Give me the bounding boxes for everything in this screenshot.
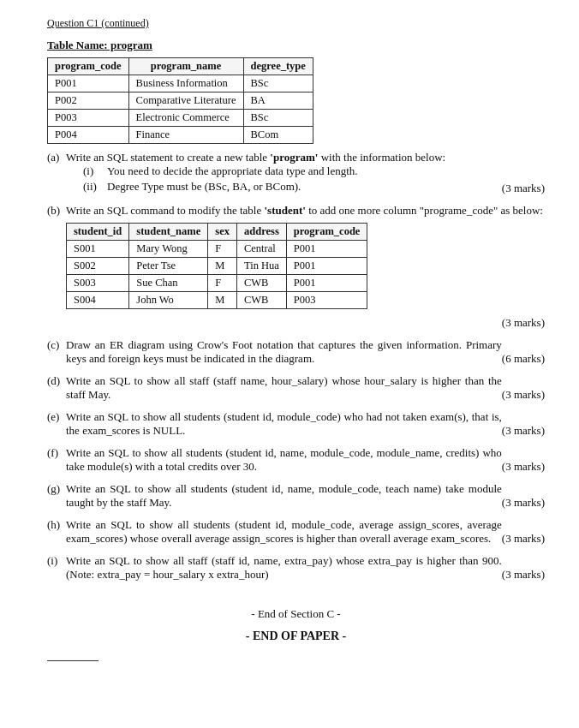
table-cell: P003 [286, 292, 367, 309]
part-a-sub-ii-label: (ii) [83, 180, 107, 194]
col-program-code: program_code [48, 58, 129, 75]
part-h-content: Write an SQL to show all students (stude… [66, 518, 502, 546]
table-row: S004John WoMCWBP003 [67, 292, 367, 309]
table-cell: Business Information [128, 75, 243, 92]
table-cell: P002 [48, 92, 129, 110]
part-h-marks: (3 marks) [502, 532, 545, 546]
part-f-content: Write an SQL to show all students (stude… [66, 446, 502, 474]
part-h: (h) Write an SQL to show all students (s… [47, 518, 545, 546]
col-student-name: student_name [129, 224, 208, 241]
bottom-divider [47, 660, 98, 661]
part-a-sub-i-text: You need to decide the appropriate data … [107, 164, 358, 178]
table-cell: Comparative Literature [128, 92, 243, 110]
part-d-marks: (3 marks) [502, 388, 545, 402]
part-d-content: Write an SQL to show all staff (staff na… [66, 374, 502, 402]
table-row: S002Peter TseMTin HuaP001 [67, 258, 367, 275]
table-cell: F [208, 241, 237, 258]
part-c-content: Draw an ER diagram using Crow's Foot not… [66, 338, 502, 366]
part-a-sub-ii-text: Degree Type must be (BSc, BA, or BCom). [107, 180, 301, 194]
part-b-content: Write an SQL command to modify the table… [66, 204, 545, 218]
part-i-content: Write an SQL to show all staff (staff id… [66, 554, 502, 582]
table-cell: S002 [67, 258, 129, 275]
part-c-marks: (6 marks) [502, 352, 545, 366]
table-cell: M [208, 292, 237, 309]
part-g-label: (g) [47, 482, 66, 510]
table-cell: S003 [67, 275, 129, 292]
part-e-content: Write an SQL to show all students (stude… [66, 410, 502, 438]
part-e-marks: (3 marks) [502, 424, 545, 438]
table-cell: CWB [236, 292, 286, 309]
part-d: (d) Write an SQL to show all staff (staf… [47, 374, 545, 402]
table-row: P002Comparative LiteratureBA [48, 92, 313, 110]
table-row: P004FinanceBCom [48, 127, 313, 144]
col-program-name: program_name [128, 58, 243, 75]
part-h-label: (h) [47, 518, 66, 546]
col-program-code-b: program_code [286, 224, 367, 241]
part-b-bold: 'student' [265, 204, 306, 217]
table-cell: S004 [67, 292, 129, 309]
table-cell: Central [236, 241, 286, 258]
part-g-content: Write an SQL to show all students (stude… [66, 482, 502, 510]
table-cell: M [208, 258, 237, 275]
part-c: (c) Draw an ER diagram using Crow's Foot… [47, 338, 545, 366]
question-header: Question C1 (continued) [47, 17, 545, 30]
part-a-label: (a) [47, 151, 66, 195]
table-cell: P001 [286, 241, 367, 258]
table-cell: BA [243, 92, 313, 110]
part-b-label: (b) [47, 204, 66, 218]
part-c-label: (c) [47, 338, 66, 366]
program-table: program_code program_name degree_type P0… [47, 57, 313, 144]
table-cell: BCom [243, 127, 313, 144]
part-e: (e) Write an SQL to show all students (s… [47, 410, 545, 438]
part-f-marks: (3 marks) [502, 460, 545, 474]
part-i-label: (i) [47, 554, 66, 582]
part-a-content: Write an SQL statement to create a new t… [66, 151, 502, 195]
end-section: - End of Section C - [47, 607, 545, 621]
end-paper: - END OF PAPER - [47, 630, 545, 643]
table-cell: F [208, 275, 237, 292]
table-cell: BSc [243, 75, 313, 92]
part-b: (b) Write an SQL command to modify the t… [47, 204, 545, 330]
col-address: address [236, 224, 286, 241]
table-row: P003Electronic CommerceBSc [48, 110, 313, 127]
table-cell: P001 [48, 75, 129, 92]
table-cell: P001 [286, 275, 367, 292]
table-cell: S001 [67, 241, 129, 258]
part-a-marks: (3 marks) [502, 182, 545, 195]
part-b-marks: (3 marks) [502, 316, 545, 330]
part-d-label: (d) [47, 374, 66, 402]
part-a-sub-i-label: (i) [83, 164, 107, 178]
table-cell: BSc [243, 110, 313, 127]
part-a-bold: 'program' [270, 151, 318, 164]
table-cell: Tin Hua [236, 258, 286, 275]
table-cell: P003 [48, 110, 129, 127]
table-title: Table Name: program [47, 39, 545, 52]
table-cell: Electronic Commerce [128, 110, 243, 127]
table-row: S003Sue ChanFCWBP001 [67, 275, 367, 292]
part-f-label: (f) [47, 446, 66, 474]
part-e-label: (e) [47, 410, 66, 438]
part-i: (i) Write an SQL to show all staff (staf… [47, 554, 545, 582]
table-row: S001Mary WongFCentralP001 [67, 241, 367, 258]
student-table: student_id student_name sex address prog… [66, 223, 367, 309]
col-sex: sex [208, 224, 237, 241]
table-cell: CWB [236, 275, 286, 292]
table-row: P001Business InformationBSc [48, 75, 313, 92]
table-cell: Finance [128, 127, 243, 144]
table-cell: John Wo [129, 292, 208, 309]
part-g: (g) Write an SQL to show all students (s… [47, 482, 545, 510]
part-i-marks: (3 marks) [502, 568, 545, 582]
part-f: (f) Write an SQL to show all students (s… [47, 446, 545, 474]
table-cell: P001 [286, 258, 367, 275]
table-cell: Peter Tse [129, 258, 208, 275]
table-cell: P004 [48, 127, 129, 144]
col-degree-type: degree_type [243, 58, 313, 75]
table-cell: Sue Chan [129, 275, 208, 292]
part-g-marks: (3 marks) [502, 496, 545, 510]
table-cell: Mary Wong [129, 241, 208, 258]
part-a: (a) Write an SQL statement to create a n… [47, 151, 545, 195]
col-student-id: student_id [67, 224, 129, 241]
